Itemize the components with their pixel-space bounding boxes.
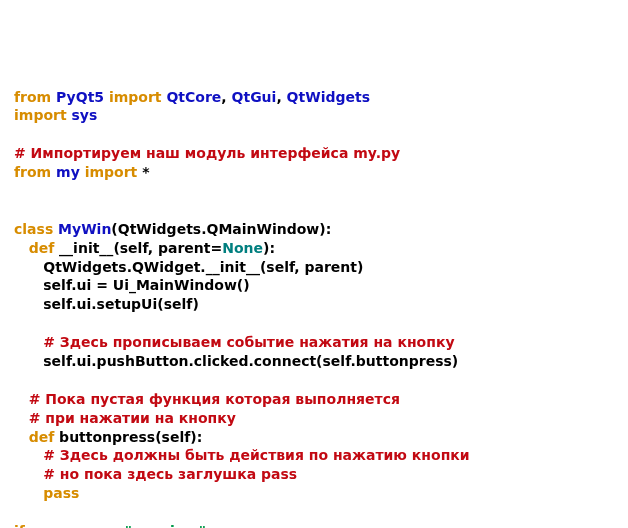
str-main: "__main__" xyxy=(125,523,206,528)
comment: # но пока здесь заглушка pass xyxy=(43,466,297,482)
op-eq: == xyxy=(101,523,124,528)
stmt: QtWidgets.QWidget.__init__(self, parent) xyxy=(43,259,363,275)
class-name: MyWin xyxy=(58,221,111,237)
paren-base: (QtWidgets xyxy=(111,221,201,237)
id-sys: sys xyxy=(72,107,98,123)
kw-from: from xyxy=(14,89,51,105)
kw-def: def xyxy=(29,429,55,445)
kw-import: import xyxy=(109,89,162,105)
stmt: self.ui.setupUi(self) xyxy=(43,296,199,312)
kw-pass: pass xyxy=(43,485,79,501)
kw-if: if xyxy=(14,523,25,528)
code-line: from PyQt5 import QtCore, QtGui, QtWidge… xyxy=(14,89,370,105)
comment: # при нажатии на кнопку xyxy=(29,410,236,426)
code-line: self.ui.setupUi(self) xyxy=(14,296,199,312)
code-line: # Здесь должны быть действия по нажатию … xyxy=(14,447,470,463)
star: * xyxy=(142,164,149,180)
kw-import: import xyxy=(14,107,67,123)
code-line: if __name__=="__main__": xyxy=(14,523,212,528)
fn-init: __init__ xyxy=(59,240,113,256)
code-line: # но пока здесь заглушка pass xyxy=(14,466,297,482)
stmt: self.ui = Ui_MainWindow() xyxy=(43,277,249,293)
code-line: # при нажатии на кнопку xyxy=(14,410,236,426)
comment: # Здесь должны быть действия по нажатию … xyxy=(43,447,469,463)
id-qtcore: QtCore xyxy=(166,89,221,105)
params-end: ): xyxy=(263,240,275,256)
params: (self): xyxy=(155,429,202,445)
code-block: from PyQt5 import QtCore, QtGui, QtWidge… xyxy=(14,88,614,528)
kw-class: class xyxy=(14,221,53,237)
comma: , xyxy=(276,89,281,105)
comment: # Пока пустая функция которая выполняетс… xyxy=(29,391,400,407)
code-line: self.ui = Ui_MainWindow() xyxy=(14,277,250,293)
id-qtwidgets: QtWidgets xyxy=(287,89,370,105)
none: None xyxy=(222,240,263,256)
id-my: my xyxy=(56,164,80,180)
comment: # Здесь прописываем событие нажатия на к… xyxy=(43,334,454,350)
kw-def: def xyxy=(29,240,55,256)
code-line: self.ui.pushButton.clicked.connect(self.… xyxy=(14,353,458,369)
code-line: # Здесь прописываем событие нажатия на к… xyxy=(14,334,455,350)
code-line: # Пока пустая функция которая выполняетс… xyxy=(14,391,400,407)
code-line: QtWidgets.QWidget.__init__(self, parent) xyxy=(14,259,363,275)
code-line: def __init__(self, parent=None): xyxy=(14,240,275,256)
code-line: import sys xyxy=(14,107,97,123)
base-tail: .QMainWindow): xyxy=(201,221,331,237)
code-line: pass xyxy=(14,485,79,501)
mod-pyqt5: PyQt5 xyxy=(56,89,104,105)
dunder-name: __name__ xyxy=(30,523,102,528)
code-line: from my import * xyxy=(14,164,150,180)
params: (self, parent= xyxy=(113,240,222,256)
comment: # Импортируем наш модуль интерфейса my.p… xyxy=(14,145,400,161)
colon: : xyxy=(206,523,212,528)
stmt: self.ui.pushButton.clicked.connect(self.… xyxy=(43,353,458,369)
id-qtgui: QtGui xyxy=(232,89,277,105)
kw-from: from xyxy=(14,164,51,180)
code-line: def buttonpress(self): xyxy=(14,429,202,445)
comma: , xyxy=(221,89,226,105)
fn-buttonpress: buttonpress xyxy=(59,429,155,445)
code-line: class MyWin(QtWidgets.QMainWindow): xyxy=(14,221,331,237)
kw-import: import xyxy=(85,164,138,180)
